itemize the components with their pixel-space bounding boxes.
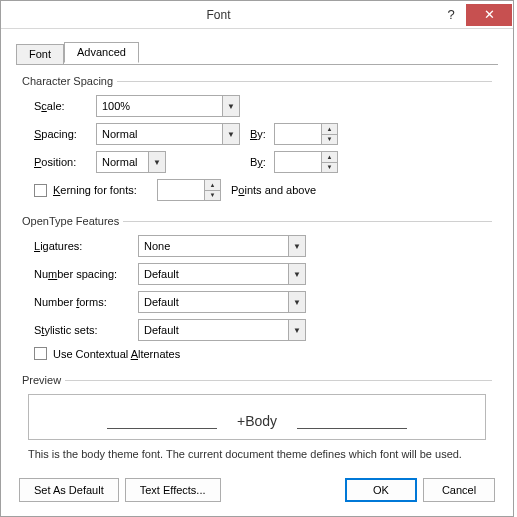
titlebar: Font ? ✕ [1, 1, 513, 29]
numspacing-label: Number spacing: [34, 268, 138, 280]
numforms-label: Number forms: [34, 296, 138, 308]
kerning-row: Kerning for fonts: ▲ ▼ Points and above [34, 179, 492, 201]
text-effects-button[interactable]: Text Effects... [125, 478, 221, 502]
spin-up-icon[interactable]: ▲ [322, 152, 337, 163]
opentype-legend: OpenType Features [22, 215, 492, 227]
spin-down-icon[interactable]: ▼ [205, 191, 220, 201]
contextual-checkbox[interactable] [34, 347, 47, 360]
set-default-button[interactable]: Set As Default [19, 478, 119, 502]
chevron-down-icon[interactable]: ▼ [222, 124, 239, 144]
dialog-title: Font [1, 8, 436, 22]
position-label: Position: [34, 156, 96, 168]
kerning-label: Kerning for fonts: [53, 184, 157, 196]
stylistic-value: Default [139, 324, 288, 336]
scale-value: 100% [97, 100, 222, 112]
kerning-size-input[interactable]: ▲ ▼ [157, 179, 221, 201]
ligatures-combo[interactable]: None ▼ [138, 235, 306, 257]
numforms-combo[interactable]: Default ▼ [138, 291, 306, 313]
preview-box: +Body [28, 394, 486, 440]
chevron-down-icon[interactable]: ▼ [222, 96, 239, 116]
scale-label: Scale: [34, 100, 96, 112]
ligatures-label: Ligatures: [34, 240, 138, 252]
numspacing-row: Number spacing: Default ▼ [34, 263, 492, 285]
spacing-row: Spacing: Normal ▼ By: ▲ ▼ [34, 123, 492, 145]
by2-value [275, 152, 321, 172]
preview-group: Preview +Body This is the body theme fon… [22, 374, 492, 460]
preview-line: +Body [47, 413, 467, 429]
preview-text: +Body [237, 413, 277, 429]
preview-legend: Preview [22, 374, 492, 386]
preview-note: This is the body theme font. The current… [28, 448, 486, 460]
numspacing-value: Default [139, 268, 288, 280]
tab-strip: Font Advanced [16, 43, 498, 65]
tab-advanced[interactable]: Advanced [64, 42, 139, 63]
preview-underline-left [107, 428, 217, 429]
by1-value [275, 124, 321, 144]
tab-font[interactable]: Font [16, 44, 64, 65]
by-spacing-input[interactable]: ▲ ▼ [274, 123, 338, 145]
kerning-after-label: Points and above [231, 184, 316, 196]
numforms-value: Default [139, 296, 288, 308]
chevron-down-icon[interactable]: ▼ [148, 152, 165, 172]
contextual-row: Use Contextual Alternates [34, 347, 492, 360]
spin-up-icon[interactable]: ▲ [205, 180, 220, 191]
stylistic-label: Stylistic sets: [34, 324, 138, 336]
dialog-content: Font Advanced Character Spacing Scale: 1… [1, 29, 513, 460]
position-row: Position: Normal ▼ By: ▲ ▼ [34, 151, 492, 173]
character-spacing-group: Character Spacing Scale: 100% ▼ Spacing:… [22, 75, 492, 201]
chevron-down-icon[interactable]: ▼ [288, 320, 305, 340]
spinner: ▲ ▼ [204, 180, 220, 200]
ligatures-row: Ligatures: None ▼ [34, 235, 492, 257]
ligatures-value: None [139, 240, 288, 252]
button-row: Set As Default Text Effects... OK Cancel [19, 478, 495, 502]
chevron-down-icon[interactable]: ▼ [288, 292, 305, 312]
by1-label: By: [250, 128, 274, 140]
stylistic-row: Stylistic sets: Default ▼ [34, 319, 492, 341]
tab-font-label: Font [29, 48, 51, 60]
chevron-down-icon[interactable]: ▼ [288, 236, 305, 256]
by-position-input[interactable]: ▲ ▼ [274, 151, 338, 173]
close-button[interactable]: ✕ [466, 4, 512, 26]
scale-row: Scale: 100% ▼ [34, 95, 492, 117]
spacing-combo[interactable]: Normal ▼ [96, 123, 240, 145]
numforms-row: Number forms: Default ▼ [34, 291, 492, 313]
spacing-value: Normal [97, 128, 222, 140]
stylistic-combo[interactable]: Default ▼ [138, 319, 306, 341]
spinner: ▲ ▼ [321, 152, 337, 172]
font-dialog: Font ? ✕ Font Advanced Character Spacing… [0, 0, 514, 517]
chevron-down-icon[interactable]: ▼ [288, 264, 305, 284]
spinner: ▲ ▼ [321, 124, 337, 144]
ok-button[interactable]: OK [345, 478, 417, 502]
numspacing-combo[interactable]: Default ▼ [138, 263, 306, 285]
tab-advanced-label: Advanced [77, 46, 126, 58]
preview-underline-right [297, 428, 407, 429]
by2-label: By: [250, 156, 274, 168]
contextual-label: Use Contextual Alternates [53, 348, 180, 360]
scale-combo[interactable]: 100% ▼ [96, 95, 240, 117]
kerning-value [158, 180, 204, 200]
character-spacing-legend: Character Spacing [22, 75, 492, 87]
opentype-group: OpenType Features Ligatures: None ▼ Numb… [22, 215, 492, 360]
cancel-button[interactable]: Cancel [423, 478, 495, 502]
kerning-checkbox[interactable] [34, 184, 47, 197]
spin-up-icon[interactable]: ▲ [322, 124, 337, 135]
position-combo[interactable]: Normal ▼ [96, 151, 166, 173]
position-value: Normal [97, 156, 148, 168]
spin-down-icon[interactable]: ▼ [322, 163, 337, 173]
spacing-label: Spacing: [34, 128, 96, 140]
spin-down-icon[interactable]: ▼ [322, 135, 337, 145]
help-button[interactable]: ? [436, 4, 466, 26]
